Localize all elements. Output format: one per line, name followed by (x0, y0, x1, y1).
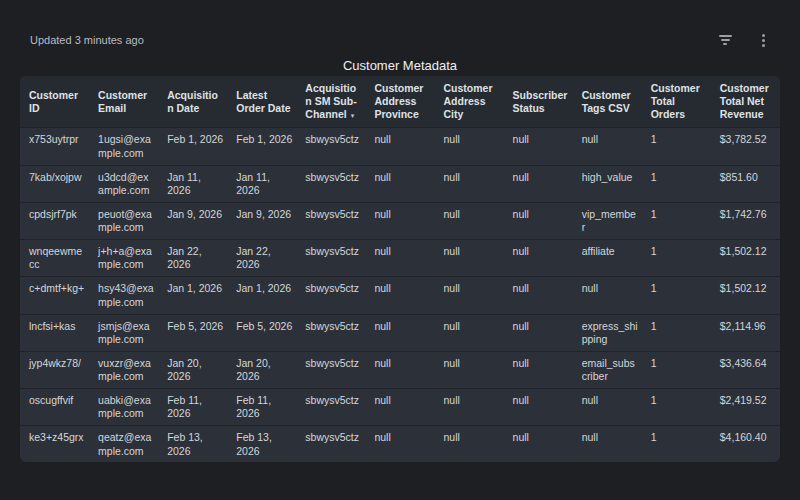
table-cell[interactable]: lncfsi+kas (20, 314, 89, 351)
column-header[interactable]: Customer Total Net Revenue (711, 76, 780, 128)
table-cell[interactable]: null (434, 277, 503, 314)
table-cell[interactable]: jsmjs@example.com (89, 314, 158, 351)
column-header[interactable]: Customer ID (20, 76, 89, 128)
table-cell[interactable]: jyp4wkz78/ (20, 351, 89, 388)
table-cell[interactable]: sbwysv5ctz (296, 426, 365, 462)
table-cell[interactable]: affiliate (573, 240, 642, 277)
table-cell[interactable]: Jan 1, 2026 (158, 277, 227, 314)
table-cell[interactable]: sbwysv5ctz (296, 128, 365, 165)
table-cell[interactable]: j+h+a@example.com (89, 240, 158, 277)
column-header[interactable]: Customer Tags CSV (573, 76, 642, 128)
table-cell[interactable]: express_shipping (573, 314, 642, 351)
table-cell[interactable]: email_subscriber (573, 351, 642, 388)
table-cell[interactable]: 1 (642, 202, 711, 239)
table-cell[interactable]: ke3+z45grx (20, 426, 89, 462)
table-cell[interactable]: $3,436.64 (711, 351, 780, 388)
table-cell[interactable]: $4,160.40 (711, 426, 780, 462)
table-cell[interactable]: vip_member (573, 202, 642, 239)
table-cell[interactable]: null (573, 128, 642, 165)
column-header[interactable]: Acquisition SM Sub-Channel ▾ (296, 76, 365, 128)
table-cell[interactable]: $2,419.52 (711, 389, 780, 426)
table-cell[interactable]: 1 (642, 128, 711, 165)
table-cell[interactable]: null (365, 202, 434, 239)
table-cell[interactable]: null (504, 351, 573, 388)
table-cell[interactable]: Feb 13, 2026 (227, 426, 296, 462)
table-cell[interactable]: null (434, 426, 503, 462)
table-cell[interactable]: null (504, 202, 573, 239)
table-cell[interactable]: null (573, 277, 642, 314)
column-header[interactable]: Customer Address City (434, 76, 503, 128)
table-cell[interactable]: vuxzr@example.com (89, 351, 158, 388)
table-cell[interactable]: sbwysv5ctz (296, 240, 365, 277)
table-cell[interactable]: Feb 1, 2026 (158, 128, 227, 165)
table-cell[interactable]: $2,114.96 (711, 314, 780, 351)
table-cell[interactable]: sbwysv5ctz (296, 351, 365, 388)
table-cell[interactable]: 1 (642, 426, 711, 462)
table-cell[interactable]: 1ugsi@example.com (89, 128, 158, 165)
table-cell[interactable]: null (365, 351, 434, 388)
table-cell[interactable]: null (365, 128, 434, 165)
table-cell[interactable]: sbwysv5ctz (296, 277, 365, 314)
table-cell[interactable]: null (434, 314, 503, 351)
table-cell[interactable]: x753uytrpr (20, 128, 89, 165)
table-cell[interactable]: null (504, 426, 573, 462)
table-cell[interactable]: Jan 22, 2026 (227, 240, 296, 277)
table-cell[interactable]: null (573, 389, 642, 426)
column-header[interactable]: Subscriber Status (504, 76, 573, 128)
table-cell[interactable]: wnqeewmecc (20, 240, 89, 277)
table-cell[interactable]: 1 (642, 314, 711, 351)
table-cell[interactable]: null (434, 240, 503, 277)
table-cell[interactable]: Jan 20, 2026 (227, 351, 296, 388)
table-cell[interactable]: oscugffvif (20, 389, 89, 426)
table-cell[interactable]: sbwysv5ctz (296, 202, 365, 239)
table-cell[interactable]: null (365, 240, 434, 277)
column-header[interactable]: Acquisition Date (158, 76, 227, 128)
table-cell[interactable]: hsy43@example.com (89, 277, 158, 314)
table-cell[interactable]: $1,502.12 (711, 240, 780, 277)
filter-icon[interactable] (716, 31, 734, 49)
column-header[interactable]: Customer Email (89, 76, 158, 128)
table-cell[interactable]: Feb 5, 2026 (227, 314, 296, 351)
table-cell[interactable]: null (504, 128, 573, 165)
table-cell[interactable]: peuot@example.com (89, 202, 158, 239)
table-cell[interactable]: null (365, 165, 434, 202)
table-cell[interactable]: sbwysv5ctz (296, 314, 365, 351)
table-cell[interactable]: Jan 22, 2026 (158, 240, 227, 277)
table-cell[interactable]: cpdsjrf7pk (20, 202, 89, 239)
table-cell[interactable]: null (365, 426, 434, 462)
table-cell[interactable]: 7kab/xojpw (20, 165, 89, 202)
table-cell[interactable]: uabki@example.com (89, 389, 158, 426)
table-cell[interactable]: null (573, 426, 642, 462)
table-cell[interactable]: null (365, 314, 434, 351)
table-cell[interactable]: Jan 1, 2026 (227, 277, 296, 314)
table-cell[interactable]: $1,742.76 (711, 202, 780, 239)
table-cell[interactable]: Jan 11, 2026 (227, 165, 296, 202)
table-cell[interactable]: $3,782.52 (711, 128, 780, 165)
column-header[interactable]: Customer Address Province (365, 76, 434, 128)
table-cell[interactable]: null (504, 314, 573, 351)
table-cell[interactable]: null (365, 277, 434, 314)
table-cell[interactable]: sbwysv5ctz (296, 389, 365, 426)
table-cell[interactable]: Jan 11, 2026 (158, 165, 227, 202)
table-cell[interactable]: null (434, 202, 503, 239)
table-cell[interactable]: u3dcd@example.com (89, 165, 158, 202)
table-cell[interactable]: Feb 13, 2026 (158, 426, 227, 462)
table-cell[interactable]: Feb 11, 2026 (227, 389, 296, 426)
table-cell[interactable]: Jan 20, 2026 (158, 351, 227, 388)
table-cell[interactable]: Feb 1, 2026 (227, 128, 296, 165)
table-cell[interactable]: 1 (642, 351, 711, 388)
table-cell[interactable]: 1 (642, 277, 711, 314)
table-cell[interactable]: null (504, 277, 573, 314)
table-cell[interactable]: c+dmtf+kg+ (20, 277, 89, 314)
kebab-menu-icon[interactable] (754, 31, 772, 49)
table-cell[interactable]: $851.60 (711, 165, 780, 202)
table-cell[interactable]: 1 (642, 389, 711, 426)
table-cell[interactable]: high_value (573, 165, 642, 202)
column-header[interactable]: Customer Total Orders (642, 76, 711, 128)
table-cell[interactable]: $1,502.12 (711, 277, 780, 314)
table-cell[interactable]: null (434, 128, 503, 165)
table-cell[interactable]: null (434, 389, 503, 426)
column-header[interactable]: Latest Order Date (227, 76, 296, 128)
table-cell[interactable]: null (434, 351, 503, 388)
table-cell[interactable]: null (434, 165, 503, 202)
